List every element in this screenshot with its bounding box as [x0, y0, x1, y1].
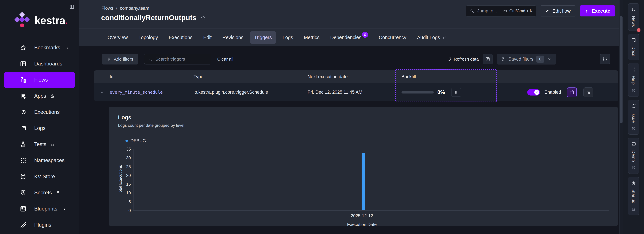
kestra-logo-text: kestra.	[34, 14, 68, 27]
bookmark-icon	[501, 57, 505, 61]
save-icon	[485, 57, 490, 62]
sidebar-item-apps[interactable]: Apps	[4, 88, 75, 104]
tab-topology[interactable]: Topology	[134, 31, 162, 44]
backfill-cell: 0%	[398, 88, 503, 97]
tab-edit[interactable]: Edit	[199, 31, 216, 44]
logs-panel-subtitle: Logs count per date grouped by level	[118, 123, 608, 128]
chevron-right-icon	[65, 46, 70, 50]
docs-button[interactable]: Docs	[628, 34, 639, 60]
tab-overview[interactable]: Overview	[103, 31, 132, 44]
save-view-button[interactable]	[483, 54, 493, 64]
tab-audit-logs[interactable]: Audit Logs	[413, 31, 451, 44]
logs-panel-title: Logs	[118, 114, 608, 121]
column-header-backfill: Backfill	[398, 74, 503, 79]
tab-executions[interactable]: Executions	[164, 31, 197, 44]
chart-legend[interactable]: DEBUG	[118, 138, 608, 143]
breadcrumb-namespace[interactable]: company.team	[120, 6, 149, 11]
dependencies-badge: 0	[362, 32, 368, 38]
enabled-toggle[interactable]	[527, 89, 540, 96]
sidebar-collapse-icon[interactable]	[70, 4, 74, 10]
top-actions: Jump to... Ctrl/Cmd + K Edit flow Execut…	[466, 5, 615, 17]
monitor-icon	[631, 141, 636, 147]
trigger-id-link[interactable]: every_minute_schedule	[110, 90, 163, 95]
column-header-type: Type	[190, 74, 304, 79]
view-trigger-logs-button[interactable]	[584, 87, 593, 97]
sidebar-item-kv-store[interactable]: KV Store	[4, 168, 75, 185]
kestra-logo: kestra.	[0, 0, 79, 30]
pause-backfill-button[interactable]	[451, 88, 461, 97]
docs-icon	[631, 38, 636, 43]
demo-button[interactable]: Demo	[628, 138, 639, 174]
star-us-button[interactable]: Star us	[628, 177, 639, 215]
x-axis-ticks: 2025-12-12	[134, 210, 608, 217]
trigger-type-cell: io.kestra.plugin.core.trigger.Schedule	[190, 90, 304, 95]
kestra-logo-mark	[14, 12, 30, 29]
logs-panel: Logs Logs count per date grouped by leve…	[109, 107, 618, 226]
backfill-progress-bar	[402, 91, 434, 94]
vertical-scrollbar	[619, 0, 623, 234]
clear-all-link[interactable]: Clear all	[217, 57, 233, 62]
row-expand-chevron[interactable]	[94, 90, 106, 95]
external-link-icon	[632, 126, 636, 131]
sidebar-item-flows[interactable]: Flows	[4, 72, 75, 88]
external-link-icon	[632, 88, 636, 93]
logs-bar-chart: Total Executions 35 30 25 20 15 10 5 0	[118, 149, 608, 210]
tab-metrics[interactable]: Metrics	[300, 31, 324, 44]
execute-button[interactable]: Execute	[580, 5, 615, 17]
add-filters-button[interactable]: Add filters	[102, 54, 138, 65]
news-button[interactable]: News	[628, 3, 639, 31]
legend-label: DEBUG	[130, 138, 146, 143]
sidebar-item-logs[interactable]: Logs	[4, 120, 75, 136]
help-button[interactable]: Help	[628, 63, 639, 97]
sidebar-item-tests[interactable]: Tests	[4, 136, 75, 152]
tab-triggers[interactable]: Triggers	[250, 31, 276, 44]
saved-filters-button[interactable]: Saved filters 0	[497, 54, 556, 65]
external-link-icon	[632, 207, 636, 211]
external-link-icon	[632, 165, 636, 170]
scrollbar-thumb[interactable]	[620, 16, 622, 123]
jump-to-placeholder: Jump to...	[477, 9, 497, 14]
backfill-executions-button[interactable]	[567, 87, 577, 97]
sidebar-item-executions[interactable]: Executions	[4, 104, 75, 120]
sidebar-item-bookmarks[interactable]: Bookmarks	[4, 40, 75, 56]
lock-icon	[50, 142, 55, 147]
triggers-content: Add filters Clear all Refresh data Save	[79, 46, 619, 234]
tab-revisions[interactable]: Revisions	[218, 31, 248, 44]
calendar-bolt-icon	[569, 90, 574, 95]
lock-icon	[56, 190, 60, 195]
issue-button[interactable]: Issue	[628, 100, 639, 135]
tab-logs[interactable]: Logs	[278, 31, 298, 44]
y-axis-title: Total Executions	[118, 149, 123, 210]
breadcrumb-flows[interactable]: Flows	[102, 6, 113, 11]
sidebar-item-namespaces[interactable]: Namespaces	[4, 152, 75, 168]
enabled-toggle-cell: Enabled	[503, 89, 560, 96]
column-settings-button[interactable]	[600, 54, 610, 64]
sidebar-item-secrets[interactable]: Secrets	[4, 185, 75, 201]
refresh-data-button[interactable]: Refresh data	[447, 57, 479, 62]
sidebar-item-blueprints[interactable]: Blueprints	[4, 201, 75, 217]
tab-dependencies[interactable]: Dependencies0	[326, 31, 372, 44]
star-icon	[631, 181, 636, 186]
jump-to-search[interactable]: Jump to... Ctrl/Cmd + K	[466, 5, 536, 17]
chart-plot-area	[133, 149, 608, 210]
slack-icon	[631, 67, 636, 72]
sidebar: kestra. Bookmarks Dashboards Flows Apps …	[0, 0, 79, 234]
lock-icon	[442, 35, 447, 40]
favorite-star-icon[interactable]	[200, 15, 206, 20]
chart-bar[interactable]	[362, 153, 365, 210]
sync-icon	[631, 104, 636, 109]
backfill-progress-percent: 0%	[438, 89, 445, 95]
page-title: conditionallyReturnOutputs	[101, 14, 196, 22]
trigger-search-input[interactable]	[156, 57, 208, 62]
trigger-search-box	[144, 54, 211, 65]
column-header-id: Id	[106, 74, 190, 79]
sidebar-item-dashboards[interactable]: Dashboards	[4, 56, 75, 72]
sidebar-item-plugins[interactable]: Plugins	[4, 217, 75, 233]
edit-flow-button[interactable]: Edit flow	[540, 5, 576, 17]
lock-icon	[50, 94, 54, 98]
filter-bar-right: Refresh data Saved filters 0	[447, 54, 610, 65]
tab-concurrency[interactable]: Concurrency	[374, 31, 411, 44]
x-axis-title: Execution Date	[134, 222, 608, 229]
table-header-row: Id Type Next execution date Backfill	[94, 70, 618, 83]
chevron-right-icon	[62, 207, 67, 211]
